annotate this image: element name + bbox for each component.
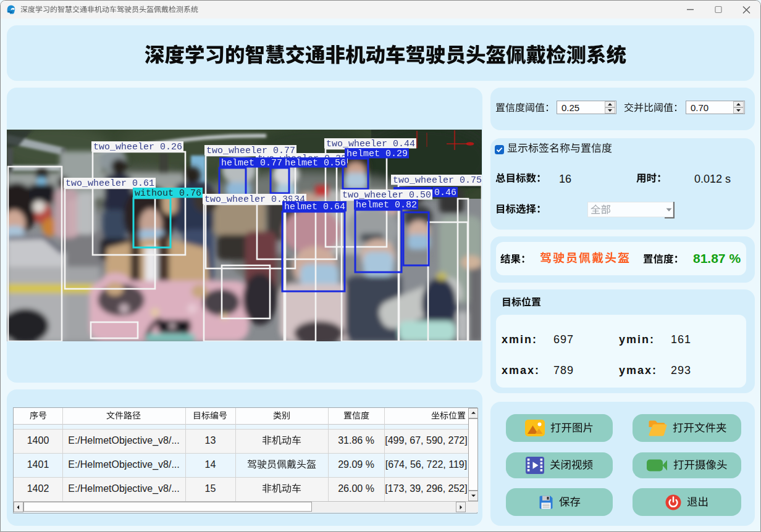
svg-text:two_wheeler 0.61: two_wheeler 0.61 — [65, 178, 154, 189]
svg-text:without 0.76: without 0.76 — [135, 188, 201, 199]
svg-text:two_wheeler 0.44: two_wheeler 0.44 — [326, 139, 415, 149]
svg-text:helmet 0.29: helmet 0.29 — [347, 149, 408, 159]
svg-text:helmet 0.64: helmet 0.64 — [284, 202, 345, 212]
svg-text:helmet 0.77: helmet 0.77 — [221, 158, 282, 168]
svg-text:two_wheeler 0.26: two_wheeler 0.26 — [93, 142, 182, 152]
svg-text:two_wheeler 0.50: two_wheeler 0.50 — [342, 190, 431, 201]
svg-text:helmet 0.82: helmet 0.82 — [356, 200, 417, 210]
svg-text:two_wheeler 0.75: two_wheeler 0.75 — [393, 175, 482, 186]
svg-text:helmet 0.56: helmet 0.56 — [285, 158, 346, 168]
svg-text:two_wheeler 0.39: two_wheeler 0.39 — [204, 194, 293, 205]
svg-text:0.46: 0.46 — [434, 188, 456, 198]
